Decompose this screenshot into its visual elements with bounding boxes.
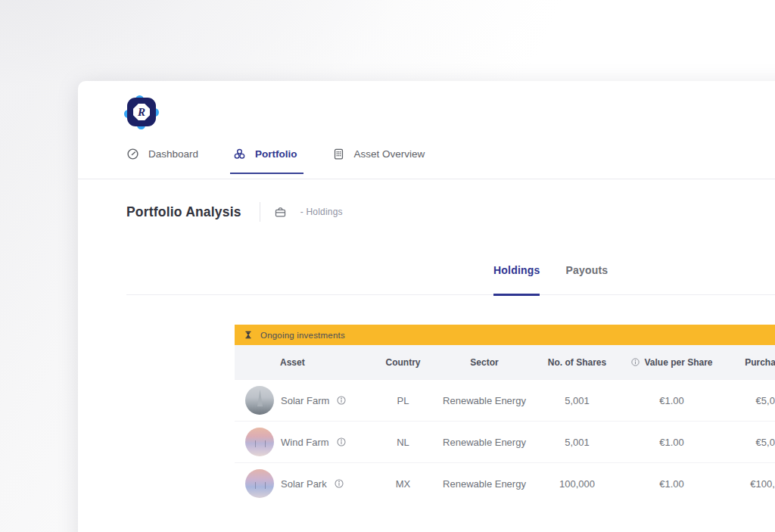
top-nav: Dashboard Portfolio A: [126, 148, 775, 162]
cell-purchase-price: €100,000.00: [715, 478, 775, 490]
cell-country: PL: [363, 395, 443, 406]
asset-avatar: [245, 428, 274, 456]
nav-label: Portfolio: [255, 148, 297, 160]
col-header-value-per-share: Value per Share: [628, 357, 715, 368]
ongoing-investments-banner: Ongoing investments: [235, 325, 775, 345]
nav-item-asset-overview[interactable]: Asset Overview: [332, 148, 425, 162]
info-icon[interactable]: [336, 437, 347, 447]
header-divider: [78, 179, 775, 179]
cell-purchase-price: €5,001.00: [715, 437, 775, 448]
tab-bar: Holdings Payouts: [126, 264, 775, 295]
main-card: R Dashboard Portfolio: [78, 81, 775, 532]
cell-shares: 100,000: [526, 478, 628, 490]
table-row-wind-farm[interactable]: Wind Farm NL Renewable Energy 5,001 €1.0…: [235, 421, 775, 462]
cell-sector: Renewable Energy: [443, 478, 526, 490]
asset-name: Solar Farm: [281, 395, 329, 406]
portfolio-cluster-icon: [233, 148, 246, 160]
cell-value-per-share: €1.00: [628, 395, 715, 406]
cell-value-per-share: €1.00: [628, 437, 715, 448]
banner-label: Ongoing investments: [260, 331, 345, 340]
col-header-country: Country: [363, 357, 443, 368]
info-icon[interactable]: [334, 478, 344, 489]
nav-label: Dashboard: [148, 148, 198, 160]
title-row: Portfolio Analysis - Holdings: [126, 202, 775, 222]
info-icon[interactable]: [336, 395, 347, 406]
brand-logo[interactable]: R: [126, 97, 157, 127]
breadcrumb: - Holdings: [300, 207, 343, 217]
briefcase-icon: [274, 206, 287, 219]
asset-avatar: [245, 386, 274, 415]
asset-name: Solar Park: [281, 478, 327, 490]
table-header: Asset Country Sector No. of Shares Value…: [235, 345, 775, 379]
page-title: Portfolio Analysis: [126, 204, 241, 220]
asset-avatar: [245, 469, 274, 498]
cell-sector: Renewable Energy: [443, 437, 526, 448]
nav-item-dashboard[interactable]: Dashboard: [126, 148, 198, 162]
nav-item-portfolio[interactable]: Portfolio: [233, 148, 297, 162]
title-divider: [260, 202, 260, 222]
table-row-solar-park[interactable]: Solar Park MX Renewable Energy 100,000 €…: [235, 462, 775, 504]
building-icon: [332, 148, 345, 160]
cell-country: MX: [363, 478, 443, 490]
nav-label: Asset Overview: [354, 148, 425, 160]
holdings-content: Ongoing investments Asset Country Sector…: [235, 325, 775, 504]
info-icon[interactable]: [630, 357, 640, 367]
asset-name: Wind Farm: [281, 437, 329, 448]
logo-letter: R: [126, 97, 157, 127]
cell-sector: Renewable Energy: [443, 395, 526, 406]
cell-shares: 5,001: [526, 395, 628, 406]
cell-shares: 5,001: [526, 437, 628, 448]
tab-payouts[interactable]: Payouts: [565, 264, 608, 294]
cell-purchase-price: €5,001.00: [715, 395, 775, 406]
col-header-purchase-price: Purchase Price: [715, 357, 775, 368]
col-header-sector: Sector: [443, 357, 526, 368]
col-header-shares: No. of Shares: [526, 357, 628, 368]
tab-holdings[interactable]: Holdings: [493, 264, 540, 294]
col-header-asset: Asset: [235, 357, 363, 368]
speedometer-icon: [126, 148, 139, 160]
cell-country: NL: [363, 437, 443, 448]
table-row-solar-farm[interactable]: Solar Farm PL Renewable Energy 5,001 €1.…: [235, 379, 775, 421]
hourglass-icon: [244, 330, 253, 340]
cell-value-per-share: €1.00: [628, 478, 715, 490]
